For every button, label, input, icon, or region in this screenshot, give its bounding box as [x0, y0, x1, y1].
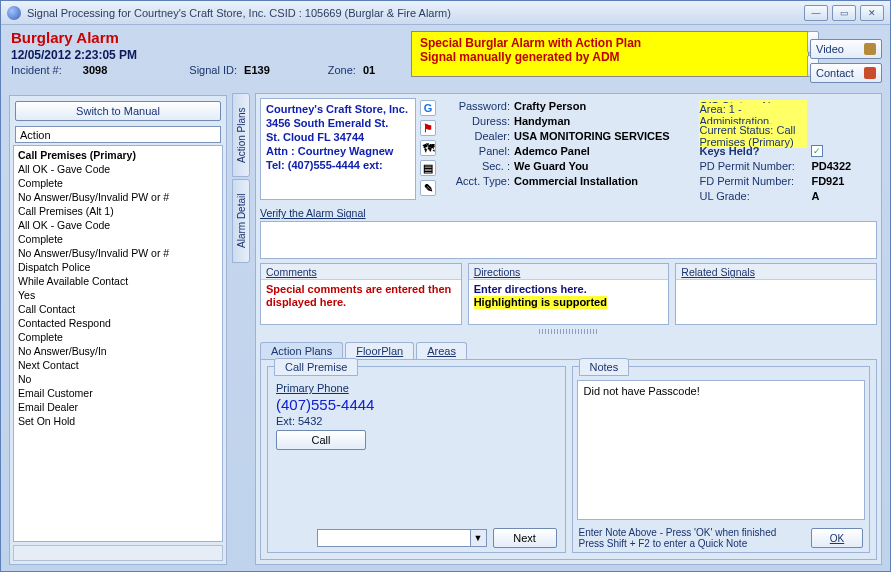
flag-icon[interactable]: ⚑ [420, 120, 436, 136]
addr-line: Courtney's Craft Store, Inc. [266, 102, 410, 116]
tab-action-plans[interactable]: Action Plans [260, 342, 343, 359]
maximize-button[interactable]: ▭ [832, 5, 856, 21]
vertical-tab-group: Action Plans Alarm Detail [232, 93, 250, 263]
tree-node[interactable]: Call Premises (Alt 1) [14, 204, 222, 218]
signal-id-value: E139 [244, 64, 270, 76]
tree-node[interactable]: Set On Hold [14, 414, 222, 428]
directions-line2: Highlighting is supported [474, 296, 607, 309]
tree-node[interactable]: Dispatch Police [14, 260, 222, 274]
addr-line: St. Cloud FL 34744 [266, 130, 410, 144]
contact-button-label: Contact [816, 67, 854, 79]
password-label: Password: [444, 100, 510, 112]
ok-button-label: OK [830, 533, 844, 544]
tree-node[interactable]: Complete [14, 176, 222, 190]
primary-phone-ext: Ext: 5432 [276, 415, 557, 427]
tree-node[interactable]: Yes [14, 288, 222, 302]
addr-line: 3456 South Emerald St. [266, 116, 410, 130]
doc-icon[interactable]: ▤ [420, 160, 436, 176]
directions-title: Directions [469, 264, 669, 280]
keys-held-label: Keys Held? [699, 145, 807, 157]
keys-held-checkbox[interactable]: ✓ [811, 145, 823, 157]
zone-value: 01 [363, 64, 375, 76]
tree-node[interactable]: While Available Contact [14, 274, 222, 288]
acct-type-value: Commercial Installation [514, 175, 695, 187]
ul-grade-value: A [811, 190, 877, 202]
next-button-label: Next [513, 532, 536, 544]
tab-floorplan[interactable]: FloorPlan [345, 342, 414, 359]
call-button[interactable]: Call [276, 430, 366, 450]
addr-line: Tel: (407)555-4444 ext: [266, 158, 410, 172]
vtab-action-plans[interactable]: Action Plans [232, 93, 250, 177]
comments-body[interactable]: Special comments are entered then displa… [261, 280, 461, 324]
action-tree-panel: Switch to Manual Call Premises (Primary)… [9, 95, 227, 565]
tree-horizontal-scrollbar[interactable] [13, 545, 223, 561]
tree-node[interactable]: Call Premises (Primary) [14, 148, 222, 162]
tab-label: FloorPlan [356, 345, 403, 357]
incident-label: Incident #: [11, 64, 62, 76]
tab-label: Action Plans [271, 345, 332, 357]
call-premise-tab[interactable]: Call Premise [274, 358, 358, 376]
app-window: Signal Processing for Courtney's Craft S… [0, 0, 891, 572]
related-signals-body[interactable] [676, 280, 876, 324]
notes-textarea[interactable]: Did not have Passcode! [577, 380, 866, 520]
side-button-group: Video Contact [810, 39, 882, 83]
switch-to-manual-button[interactable]: Switch to Manual [15, 101, 221, 121]
info-row: Courtney's Craft Store, Inc. 3456 South … [256, 94, 881, 207]
action-search-input[interactable] [15, 126, 221, 143]
info-icon-column: G ⚑ 🗺 ▤ ✎ [420, 98, 440, 203]
details-area: Courtney's Craft Store, Inc. 3456 South … [255, 93, 882, 565]
contact-button[interactable]: Contact [810, 63, 882, 83]
tab-label: Call Premise [285, 361, 347, 373]
tree-node[interactable]: No Answer/Busy/Invalid PW or # [14, 190, 222, 204]
directions-panel: Directions Enter directions here. Highli… [468, 263, 670, 325]
directions-body[interactable]: Enter directions here. Highlighting is s… [469, 280, 669, 324]
alert-line2: Signal manually generated by ADM [420, 50, 800, 64]
tab-areas[interactable]: Areas [416, 342, 467, 359]
minimize-button[interactable]: — [804, 5, 828, 21]
vtab-alarm-detail[interactable]: Alarm Detail [232, 179, 250, 263]
tree-node[interactable]: Email Customer [14, 386, 222, 400]
primary-phone-label: Primary Phone [276, 382, 557, 394]
tree-node[interactable]: Complete [14, 232, 222, 246]
splitter-grip[interactable] [539, 329, 599, 334]
dealer-label: Dealer: [444, 130, 510, 142]
app-icon [7, 6, 21, 20]
tree-node[interactable]: No [14, 372, 222, 386]
tree-node[interactable]: Complete [14, 330, 222, 344]
title-bar: Signal Processing for Courtney's Craft S… [1, 1, 890, 25]
note-icon[interactable]: ✎ [420, 180, 436, 196]
vtab-label: Action Plans [236, 107, 247, 163]
close-button[interactable]: ✕ [860, 5, 884, 21]
verify-textarea[interactable] [260, 221, 877, 259]
tree-node[interactable]: Contacted Respond [14, 316, 222, 330]
notes-hint: Enter Note Above - Press 'OK' when finis… [579, 527, 806, 549]
triple-panel-row: Comments Special comments are entered th… [260, 263, 877, 325]
alert-banner: Special Burglar Alarm with Action Plan S… [411, 31, 809, 77]
tree-node[interactable]: All OK - Gave Code [14, 162, 222, 176]
fd-permit-label: FD Permit Number: [699, 175, 807, 187]
window-title: Signal Processing for Courtney's Craft S… [27, 7, 451, 19]
bottom-panel-row: Call Premise Primary Phone (407)555-4444… [260, 359, 877, 560]
panel-label: Panel: [444, 145, 510, 157]
tree-node[interactable]: All OK - Gave Code [14, 218, 222, 232]
notes-footer: Enter Note Above - Press 'OK' when finis… [573, 524, 870, 552]
next-button[interactable]: Next [493, 528, 557, 548]
ok-button[interactable]: OK [811, 528, 863, 548]
contact-dropdown[interactable]: ▼ [317, 529, 487, 547]
tree-node[interactable]: No Answer/Busy/In [14, 344, 222, 358]
notes-tab[interactable]: Notes [579, 358, 630, 376]
tree-node[interactable]: Next Contact [14, 358, 222, 372]
tree-node[interactable]: Call Contact [14, 302, 222, 316]
verify-section-title: Verify the Alarm Signal [260, 207, 877, 219]
video-button[interactable]: Video [810, 39, 882, 59]
google-icon[interactable]: G [420, 100, 436, 116]
acct-type-label: Acct. Type: [444, 175, 510, 187]
fd-permit-value: FD921 [811, 175, 877, 187]
tree-node[interactable]: No Answer/Busy/Invalid PW or # [14, 246, 222, 260]
tab-label: Areas [427, 345, 456, 357]
addr-line: Attn : Courtney Wagnew [266, 144, 410, 158]
tree-node[interactable]: Email Dealer [14, 400, 222, 414]
primary-phone-value: (407)555-4444 [276, 396, 557, 413]
map-icon[interactable]: 🗺 [420, 140, 436, 156]
action-tree[interactable]: Call Premises (Primary) All OK - Gave Co… [13, 145, 223, 542]
